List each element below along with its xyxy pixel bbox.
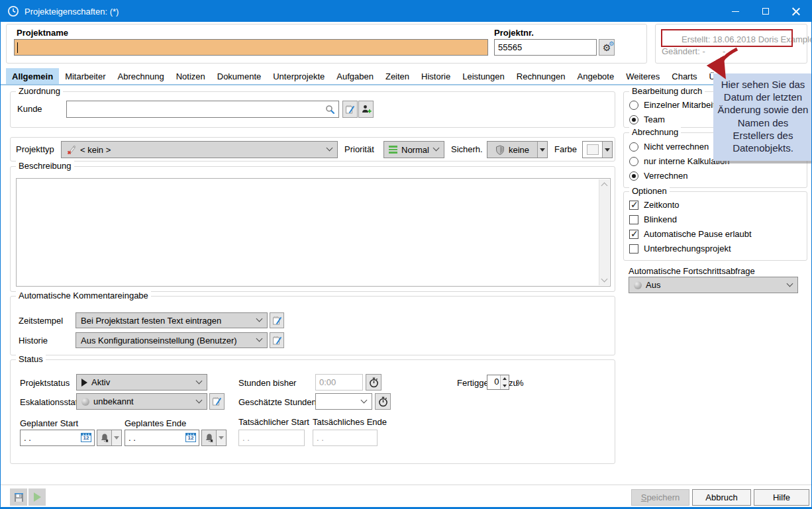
- hilfe-button[interactable]: Hilfe: [754, 489, 809, 506]
- projekttyp-dropdown[interactable]: < kein >: [61, 141, 338, 158]
- speichern-button[interactable]: Speichern: [631, 489, 689, 506]
- reminder-dropdown-arrow[interactable]: [111, 430, 121, 445]
- geaendert-value: -: [723, 46, 725, 56]
- tab-mitarbeiter[interactable]: Mitarbeiter: [59, 68, 111, 84]
- text-caret: [17, 42, 18, 53]
- radio-team[interactable]: Team: [629, 115, 665, 124]
- sicherheit-label: Sicherh.: [451, 144, 483, 154]
- spinner-down-button[interactable]: [501, 383, 509, 390]
- chevron-down-icon: [196, 396, 203, 403]
- tatsaechliches-ende-field: . .: [313, 430, 378, 446]
- minimize-button[interactable]: [720, 1, 750, 22]
- abbruch-button[interactable]: Abbruch: [692, 489, 751, 506]
- beschreibung-scrollbar[interactable]: [599, 179, 609, 285]
- projekttyp-label: Projekttyp: [16, 144, 54, 154]
- tab-zeiten[interactable]: Zeiten: [380, 68, 415, 84]
- abrechnung-legend: Abrechnung: [629, 127, 681, 137]
- tab-weiteres[interactable]: Weiteres: [620, 68, 666, 84]
- start-tool-button[interactable]: [28, 488, 46, 506]
- tab-charts[interactable]: Charts: [666, 68, 703, 84]
- projektnr-input[interactable]: 55565: [494, 39, 597, 56]
- tab-abrechnung[interactable]: Abrechnung: [112, 68, 170, 84]
- sicherheit-dropdown-arrow[interactable]: [537, 142, 547, 158]
- projektname-label: Projektname: [17, 28, 68, 38]
- checkbox-checked-icon: [629, 201, 638, 210]
- checkbox-unterbrechungsprojekt[interactable]: Unterbrechungsprojekt: [629, 244, 731, 254]
- geschaetzte-stunden-stopwatch-button[interactable]: [375, 393, 391, 410]
- radio-nicht-verrechnen[interactable]: Nicht verrechnen: [629, 142, 709, 152]
- chevron-down-icon: [433, 145, 440, 152]
- projektnr-settings-button[interactable]: ⚙ ⚙: [599, 39, 615, 56]
- tab-unterprojekte[interactable]: Unterprojekte: [267, 68, 330, 84]
- stunden-bisher-stopwatch-button[interactable]: [366, 374, 381, 391]
- tab-aufgaben[interactable]: Aufgaben: [330, 68, 380, 84]
- checkbox-checked-icon: [629, 230, 638, 239]
- triangle-down-icon: [503, 385, 507, 387]
- tab-angebote[interactable]: Angebote: [572, 68, 621, 84]
- scroll-up-icon[interactable]: [601, 183, 608, 189]
- zeitstempel-edit-button[interactable]: [270, 312, 284, 328]
- geplantes-ende-reminder-button[interactable]: [201, 430, 227, 446]
- eskalationsstatus-dropdown[interactable]: unbekannt: [76, 393, 207, 410]
- status-group: Status Projektstatus Aktiv Stunden bishe…: [10, 359, 615, 464]
- kommentareingabe-group: Automatische Kommentareingabe Zeitstempe…: [10, 296, 615, 355]
- historie-edit-button[interactable]: [270, 332, 284, 348]
- checkbox-automatische-pause[interactable]: Automatische Pause erlaubt: [629, 229, 752, 239]
- projektnr-label: Projektnr.: [494, 28, 534, 38]
- calendar-icon[interactable]: 12: [185, 433, 196, 442]
- optionen-group: Optionen Zeitkonto Blinkend Automatische…: [623, 191, 807, 261]
- checkbox-blinkend[interactable]: Blinkend: [629, 214, 677, 224]
- zeitstempel-dropdown[interactable]: Bei Projektstart festen Text eintragen: [76, 312, 268, 328]
- play-icon: [34, 492, 41, 502]
- eskalationsstatus-edit-button[interactable]: [209, 393, 225, 410]
- calendar-icon[interactable]: 12: [81, 433, 91, 442]
- tab-allgemein[interactable]: Allgemein: [6, 68, 59, 84]
- radio-selected-icon: [629, 171, 638, 181]
- geplanter-start-date-input[interactable]: . . 12: [20, 430, 95, 446]
- radio-verrechnen[interactable]: Verrechnen: [629, 171, 688, 181]
- radio-einzelner-mitarbeiter[interactable]: Einzelner Mitarbeiter: [629, 100, 723, 110]
- tab-historie[interactable]: Historie: [415, 68, 456, 84]
- geplanter-start-reminder-button[interactable]: [97, 430, 122, 446]
- maximize-button[interactable]: [750, 1, 781, 22]
- color-swatch: [587, 144, 599, 155]
- tab-dokumente[interactable]: Dokumente: [211, 68, 267, 84]
- annotation-callout: Hier sehen Sie das Datum der letzten Änd…: [713, 73, 812, 161]
- kunde-edit-button[interactable]: [342, 101, 358, 118]
- fortschrittsabfrage-dropdown[interactable]: Aus: [629, 277, 798, 293]
- kunde-add-button[interactable]: [358, 101, 374, 118]
- geplantes-ende-date-input[interactable]: . . 12: [125, 430, 199, 446]
- reminder-dropdown-arrow[interactable]: [216, 430, 226, 445]
- geplantes-ende-label: Geplantes Ende: [125, 418, 186, 428]
- bearbeitung-legend: Bearbeitung durch: [629, 86, 705, 96]
- farbe-dropdown-arrow[interactable]: [602, 142, 612, 158]
- beschreibung-group: Beschreibung: [10, 166, 615, 292]
- close-button[interactable]: [781, 1, 811, 22]
- sicherheit-split-button[interactable]: keine: [487, 141, 548, 158]
- status-unknown-icon: [81, 398, 89, 406]
- tab-notizen[interactable]: Notizen: [170, 68, 211, 84]
- tab-leistungen[interactable]: Leistungen: [456, 68, 511, 84]
- spinner-up-button[interactable]: [501, 375, 509, 383]
- prioritaet-dropdown[interactable]: Normal: [383, 141, 444, 158]
- beschreibung-textarea[interactable]: [16, 178, 611, 287]
- stunden-bisher-field: 0:00: [315, 374, 363, 391]
- farbe-split-button[interactable]: [582, 141, 613, 158]
- triangle-down-icon: [540, 148, 545, 152]
- projektstatus-label: Projektstatus: [20, 378, 70, 388]
- kunde-search-input[interactable]: [66, 101, 339, 118]
- chevron-down-icon: [327, 145, 333, 152]
- fertiggestellt-unit: %: [516, 378, 524, 388]
- chevron-down-icon: [196, 377, 203, 384]
- scroll-down-icon[interactable]: [601, 276, 608, 283]
- geschaetzte-stunden-dropdown[interactable]: [315, 393, 372, 410]
- beschreibung-legend: Beschreibung: [16, 161, 74, 171]
- historie-dropdown[interactable]: Aus Konfigurationseinstellung (Benutzer): [76, 332, 268, 348]
- projektstatus-dropdown[interactable]: Aktiv: [76, 374, 207, 391]
- fertiggestellt-spinner[interactable]: 0: [487, 375, 509, 390]
- save-tool-button[interactable]: [10, 488, 27, 506]
- tab-rechnungen[interactable]: Rechnungen: [511, 68, 572, 84]
- checkbox-zeitkonto[interactable]: Zeitkonto: [629, 200, 679, 210]
- projektname-input[interactable]: [14, 39, 488, 56]
- app-clock-icon: [7, 5, 19, 17]
